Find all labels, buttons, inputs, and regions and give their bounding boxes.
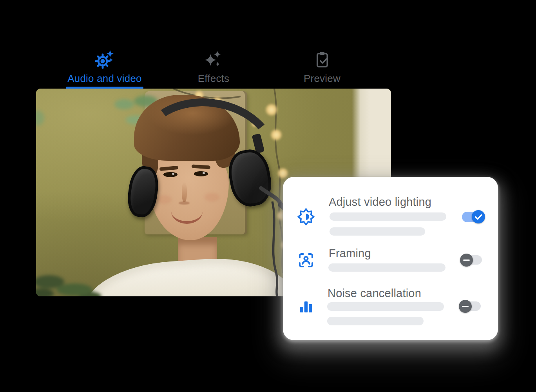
minus-icon: [463, 260, 470, 261]
tab-label: Preview: [304, 73, 340, 84]
toggle-noise-cancellation[interactable]: [459, 300, 481, 313]
page: Audio and video Effects Preview: [0, 0, 536, 392]
tab-preview[interactable]: Preview: [275, 49, 369, 84]
skeleton-line: [327, 302, 444, 311]
skeleton-line: [328, 263, 445, 272]
toggle-thumb: [472, 210, 485, 223]
foreground-plant: [36, 245, 110, 296]
skeleton-line: [327, 317, 424, 325]
skeleton-line: [330, 227, 425, 236]
row-title-noise-cancellation: Noise cancellation: [328, 287, 421, 300]
sparkles-icon: [204, 49, 223, 70]
tab-audio-and-video[interactable]: Audio and video: [58, 49, 152, 89]
row-title-adjust-video-lighting: Adjust video lighting: [329, 195, 431, 209]
toggle-adjust-video-lighting[interactable]: [462, 210, 485, 223]
check-icon: [472, 210, 485, 223]
minus-icon: [462, 306, 469, 307]
toggle-framing[interactable]: [460, 254, 482, 267]
clipboard-check-icon: [313, 49, 331, 70]
skeleton-line: [330, 212, 446, 221]
tab-effects[interactable]: Effects: [167, 49, 261, 84]
row-title-framing: Framing: [329, 247, 371, 260]
gear-sparkle-icon: [94, 49, 115, 70]
tab-label: Audio and video: [67, 73, 141, 84]
tab-label: Effects: [198, 73, 229, 84]
toggle-thumb: [459, 300, 472, 313]
person-frame-icon: [297, 252, 315, 269]
equalizer-bars-icon: [299, 299, 313, 314]
brightness-icon: [297, 207, 315, 226]
video-settings-card: Adjust video lighting Framing: [283, 177, 498, 340]
toggle-thumb: [460, 254, 473, 267]
